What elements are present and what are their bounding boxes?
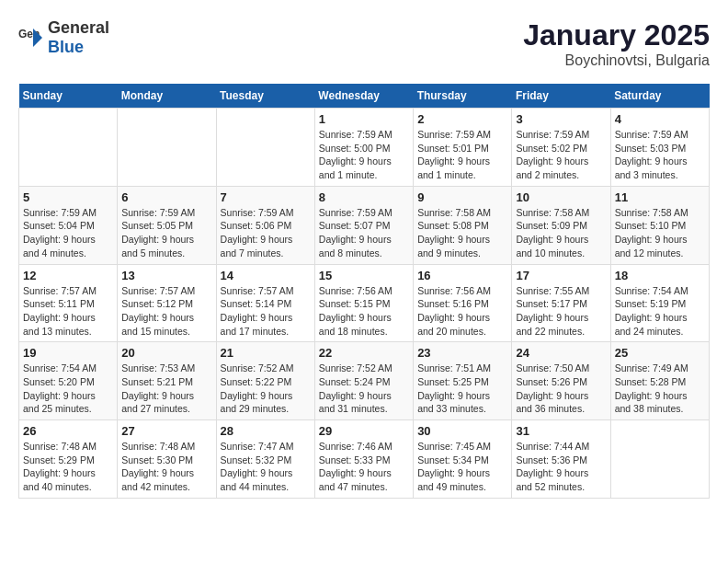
calendar-cell: 6Sunrise: 7:59 AM Sunset: 5:05 PM Daylig… (118, 186, 216, 264)
calendar-cell: 16Sunrise: 7:56 AM Sunset: 5:16 PM Dayli… (414, 264, 512, 342)
header: Gen General Blue January 2025 Boychinovt… (18, 18, 710, 69)
day-info: Sunrise: 7:52 AM Sunset: 5:22 PM Dayligh… (221, 362, 311, 416)
calendar-cell: 9Sunrise: 7:58 AM Sunset: 5:08 PM Daylig… (414, 186, 512, 264)
day-info: Sunrise: 7:47 AM Sunset: 5:32 PM Dayligh… (221, 440, 311, 494)
calendar-cell: 14Sunrise: 7:57 AM Sunset: 5:14 PM Dayli… (216, 264, 314, 342)
day-number: 20 (121, 346, 211, 360)
day-number: 30 (417, 424, 507, 438)
day-number: 18 (615, 269, 705, 282)
day-info: Sunrise: 7:49 AM Sunset: 5:28 PM Dayligh… (615, 362, 705, 416)
calendar-week-row: 12Sunrise: 7:57 AM Sunset: 5:11 PM Dayli… (19, 264, 710, 342)
day-info: Sunrise: 7:55 AM Sunset: 5:17 PM Dayligh… (516, 284, 606, 339)
day-info: Sunrise: 7:59 AM Sunset: 5:02 PM Dayligh… (516, 128, 606, 182)
day-info: Sunrise: 7:46 AM Sunset: 5:33 PM Dayligh… (319, 440, 409, 494)
day-number: 19 (23, 346, 113, 360)
day-number: 16 (417, 269, 507, 282)
weekday-header-monday: Monday (118, 84, 216, 109)
calendar-cell (610, 420, 709, 499)
day-info: Sunrise: 7:59 AM Sunset: 5:04 PM Dayligh… (23, 206, 113, 260)
day-number: 26 (23, 424, 113, 438)
weekday-header-tuesday: Tuesday (216, 84, 314, 109)
calendar-week-row: 26Sunrise: 7:48 AM Sunset: 5:29 PM Dayli… (19, 420, 710, 499)
day-number: 11 (615, 190, 705, 204)
day-number: 9 (417, 190, 507, 204)
calendar-cell: 23Sunrise: 7:51 AM Sunset: 5:25 PM Dayli… (414, 342, 512, 420)
day-info: Sunrise: 7:53 AM Sunset: 5:21 PM Dayligh… (121, 362, 211, 416)
calendar-cell: 24Sunrise: 7:50 AM Sunset: 5:26 PM Dayli… (512, 342, 610, 420)
day-info: Sunrise: 7:59 AM Sunset: 5:03 PM Dayligh… (615, 128, 705, 182)
day-number: 31 (516, 424, 606, 438)
calendar-cell: 15Sunrise: 7:56 AM Sunset: 5:15 PM Dayli… (314, 264, 413, 342)
calendar-cell: 26Sunrise: 7:48 AM Sunset: 5:29 PM Dayli… (19, 420, 118, 499)
calendar-cell: 8Sunrise: 7:59 AM Sunset: 5:07 PM Daylig… (314, 186, 413, 264)
calendar-cell: 20Sunrise: 7:53 AM Sunset: 5:21 PM Dayli… (118, 342, 216, 420)
day-info: Sunrise: 7:50 AM Sunset: 5:26 PM Dayligh… (516, 362, 606, 416)
day-number: 10 (516, 190, 606, 204)
calendar-cell (19, 109, 118, 187)
day-info: Sunrise: 7:45 AM Sunset: 5:34 PM Dayligh… (417, 440, 507, 494)
calendar-cell: 10Sunrise: 7:58 AM Sunset: 5:09 PM Dayli… (512, 186, 610, 264)
day-info: Sunrise: 7:48 AM Sunset: 5:29 PM Dayligh… (23, 440, 113, 494)
day-info: Sunrise: 7:59 AM Sunset: 5:05 PM Dayligh… (121, 206, 211, 260)
calendar-cell (216, 109, 314, 187)
calendar-cell: 11Sunrise: 7:58 AM Sunset: 5:10 PM Dayli… (610, 186, 709, 264)
calendar-cell: 18Sunrise: 7:54 AM Sunset: 5:19 PM Dayli… (610, 264, 709, 342)
day-number: 15 (319, 269, 409, 282)
calendar-cell (118, 109, 216, 187)
day-info: Sunrise: 7:56 AM Sunset: 5:16 PM Dayligh… (417, 284, 507, 339)
calendar-table: SundayMondayTuesdayWednesdayThursdayFrid… (18, 84, 710, 499)
day-number: 23 (417, 346, 507, 360)
day-number: 3 (516, 112, 606, 126)
day-info: Sunrise: 7:52 AM Sunset: 5:24 PM Dayligh… (319, 362, 409, 416)
calendar-week-row: 5Sunrise: 7:59 AM Sunset: 5:04 PM Daylig… (19, 186, 710, 264)
weekday-header-friday: Friday (512, 84, 610, 109)
day-number: 1 (319, 112, 409, 126)
calendar-cell: 5Sunrise: 7:59 AM Sunset: 5:04 PM Daylig… (19, 186, 118, 264)
day-number: 6 (121, 190, 211, 204)
day-info: Sunrise: 7:56 AM Sunset: 5:15 PM Dayligh… (319, 284, 409, 339)
day-number: 14 (221, 269, 311, 282)
location-subtitle: Boychinovtsi, Bulgaria (523, 52, 710, 69)
day-number: 7 (221, 190, 311, 204)
day-info: Sunrise: 7:57 AM Sunset: 5:12 PM Dayligh… (121, 284, 211, 339)
calendar-cell: 21Sunrise: 7:52 AM Sunset: 5:22 PM Dayli… (216, 342, 314, 420)
day-info: Sunrise: 7:58 AM Sunset: 5:08 PM Dayligh… (417, 206, 507, 260)
day-info: Sunrise: 7:59 AM Sunset: 5:00 PM Dayligh… (319, 128, 409, 182)
day-number: 12 (23, 269, 113, 282)
weekday-header-row: SundayMondayTuesdayWednesdayThursdayFrid… (19, 84, 710, 109)
day-info: Sunrise: 7:44 AM Sunset: 5:36 PM Dayligh… (516, 440, 606, 494)
calendar-cell: 22Sunrise: 7:52 AM Sunset: 5:24 PM Dayli… (314, 342, 413, 420)
calendar-cell: 30Sunrise: 7:45 AM Sunset: 5:34 PM Dayli… (414, 420, 512, 499)
calendar-cell: 1Sunrise: 7:59 AM Sunset: 5:00 PM Daylig… (314, 109, 413, 187)
day-number: 22 (319, 346, 409, 360)
day-number: 25 (615, 346, 705, 360)
day-info: Sunrise: 7:58 AM Sunset: 5:09 PM Dayligh… (516, 206, 606, 260)
weekday-header-saturday: Saturday (610, 84, 709, 109)
day-number: 13 (121, 269, 211, 282)
logo-icon: Gen (18, 25, 44, 51)
calendar-cell: 4Sunrise: 7:59 AM Sunset: 5:03 PM Daylig… (610, 109, 709, 187)
day-number: 27 (121, 424, 211, 438)
day-number: 2 (417, 112, 507, 126)
calendar-cell: 25Sunrise: 7:49 AM Sunset: 5:28 PM Dayli… (610, 342, 709, 420)
day-info: Sunrise: 7:54 AM Sunset: 5:20 PM Dayligh… (23, 362, 113, 416)
calendar-cell: 27Sunrise: 7:48 AM Sunset: 5:30 PM Dayli… (118, 420, 216, 499)
day-number: 4 (615, 112, 705, 126)
day-number: 28 (221, 424, 311, 438)
day-info: Sunrise: 7:54 AM Sunset: 5:19 PM Dayligh… (615, 284, 705, 339)
day-info: Sunrise: 7:59 AM Sunset: 5:01 PM Dayligh… (417, 128, 507, 182)
day-info: Sunrise: 7:59 AM Sunset: 5:06 PM Dayligh… (221, 206, 311, 260)
calendar-cell: 17Sunrise: 7:55 AM Sunset: 5:17 PM Dayli… (512, 264, 610, 342)
day-info: Sunrise: 7:48 AM Sunset: 5:30 PM Dayligh… (121, 440, 211, 494)
day-info: Sunrise: 7:57 AM Sunset: 5:11 PM Dayligh… (23, 284, 113, 339)
day-number: 24 (516, 346, 606, 360)
day-number: 21 (221, 346, 311, 360)
month-title: January 2025 (523, 18, 710, 52)
calendar-cell: 2Sunrise: 7:59 AM Sunset: 5:01 PM Daylig… (414, 109, 512, 187)
day-info: Sunrise: 7:51 AM Sunset: 5:25 PM Dayligh… (417, 362, 507, 416)
day-info: Sunrise: 7:57 AM Sunset: 5:14 PM Dayligh… (221, 284, 311, 339)
logo: Gen General Blue (18, 18, 109, 57)
calendar-cell: 3Sunrise: 7:59 AM Sunset: 5:02 PM Daylig… (512, 109, 610, 187)
calendar-cell: 12Sunrise: 7:57 AM Sunset: 5:11 PM Dayli… (19, 264, 118, 342)
calendar-cell: 19Sunrise: 7:54 AM Sunset: 5:20 PM Dayli… (19, 342, 118, 420)
